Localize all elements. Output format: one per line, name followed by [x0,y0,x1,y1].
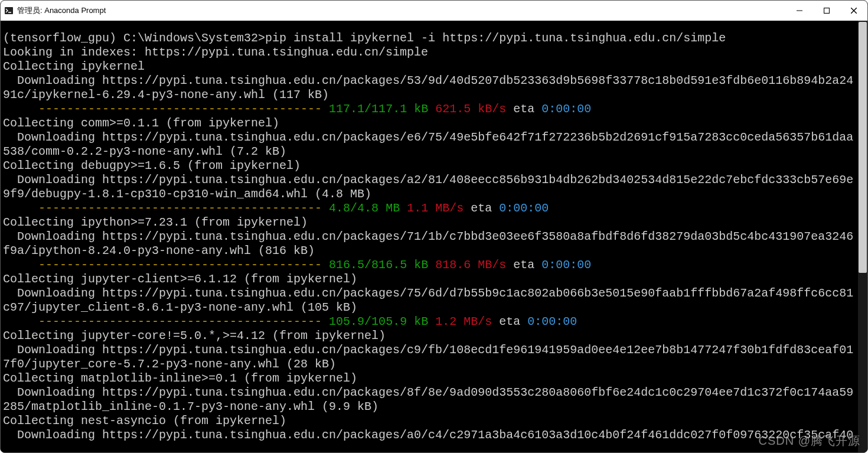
progress-speed-3: 818.6 MB/s [435,258,506,272]
line-dl-debugpy-b: 9f9/debugpy-1.8.1-cp310-cp310-win_amd64.… [3,187,371,201]
window-title: 管理员: Anaconda Prompt [17,5,106,16]
svg-rect-0 [5,7,13,14]
app-icon [4,6,14,15]
progress-bar-2: ---------------------------------------- [38,201,329,215]
progress-pad [3,315,38,328]
progress-pad [3,102,38,116]
progress-speed-4: 1.2 MB/s [435,315,492,328]
progress-size-3: 816.5/816.5 kB [329,258,428,272]
progress-bar-1: ---------------------------------------- [38,102,329,116]
progress-size-1: 117.1/117.1 kB [329,102,428,116]
progress-size-2: 4.8/4.8 MB [329,201,400,215]
line-dl-jclient-b: c97/jupyter_client-8.6.1-py3-none-any.wh… [3,301,357,314]
vertical-scrollbar[interactable] [858,21,867,452]
progress-speed-2: 1.1 MB/s [407,201,464,215]
progress-size-4: 105.9/105.9 kB [329,315,428,328]
scrollbar-thumb[interactable] [859,22,867,273]
line-collect-mpl: Collecting matplotlib-inline>=0.1 (from … [3,371,357,385]
progress-eta-2: 0:00:00 [499,201,549,215]
line-looking-indexes: Looking in indexes: https://pypi.tuna.ts… [3,45,428,59]
progress-pad [3,258,38,272]
progress-bar-4: ---------------------------------------- [38,315,329,328]
line-collect-jclient: Collecting jupyter-client>=6.1.12 (from … [3,272,357,286]
progress-eta-4: 0:00:00 [527,315,577,328]
terminal-window: 管理员: Anaconda Prompt (tensorflow_gpu) C:… [0,0,868,453]
window-controls [786,1,867,21]
prompt-prefix: (tensorflow_gpu) C:\Windows\System32> [3,31,265,45]
line-dl-mpl-b: 285/matplotlib_inline-0.1.7-py3-none-any… [3,400,378,413]
line-dl-comm-b: 538/comm-0.2.2-py3-none-any.whl (7.2 kB) [3,145,286,158]
titlebar[interactable]: 管理员: Anaconda Prompt [1,1,867,21]
minimize-button[interactable] [786,1,813,21]
line-collect-ipykernel: Collecting ipykernel [3,60,145,73]
line-collect-jcore: Collecting jupyter-core!=5.0.*,>=4.12 (f… [3,329,386,343]
watermark-text: CSDN @腾飞开源 [758,433,860,449]
prompt-command: pip install ipykernel -i https://pypi.tu… [265,31,726,45]
progress-bar-3: ---------------------------------------- [38,258,329,272]
progress-eta-1: 0:00:00 [541,102,591,116]
line-dl-mpl-a: Downloading https://pypi.tuna.tsinghua.e… [3,386,853,399]
line-collect-ipython: Collecting ipython>=7.23.1 (from ipykern… [3,216,308,229]
line-dl-ipykernel-b: 91c/ipykernel-6.29.4-py3-none-any.whl (1… [3,88,329,102]
progress-speed-1: 621.5 kB/s [435,102,506,116]
line-dl-ipython-b: f9a/ipython-8.24.0-py3-none-any.whl (816… [3,244,315,258]
svg-rect-3 [824,8,830,14]
line-dl-nest-a: Downloading https://pypi.tuna.tsinghua.e… [3,428,853,442]
line-dl-jcore-b: 7f0/jupyter_core-5.7.2-py3-none-any.whl … [3,357,336,371]
progress-eta-3: 0:00:00 [541,258,591,272]
progress-eta-lbl-3: eta [506,258,541,272]
line-collect-debugpy: Collecting debugpy>=1.6.5 (from ipykerne… [3,159,301,172]
progress-eta-lbl-1: eta [506,102,541,116]
progress-eta-lbl-4: eta [492,315,527,328]
progress-eta-lbl-2: eta [464,201,499,215]
line-dl-jcore-a: Downloading https://pypi.tuna.tsinghua.e… [3,343,853,357]
line-dl-ipython-a: Downloading https://pypi.tuna.tsinghua.e… [3,230,853,243]
line-dl-debugpy-a: Downloading https://pypi.tuna.tsinghua.e… [3,173,853,187]
maximize-button[interactable] [813,1,840,21]
line-collect-nest: Collecting nest-asyncio (from ipykernel) [3,414,286,428]
titlebar-left: 管理员: Anaconda Prompt [4,5,106,16]
line-dl-comm-a: Downloading https://pypi.tuna.tsinghua.e… [3,131,853,144]
line-collect-comm: Collecting comm>=0.1.1 (from ipykernel) [3,116,279,130]
progress-pad [3,201,38,215]
close-button[interactable] [840,1,867,21]
terminal-client-area: (tensorflow_gpu) C:\Windows\System32>pip… [1,21,867,452]
line-dl-jclient-a: Downloading https://pypi.tuna.tsinghua.e… [3,286,853,300]
line-dl-ipykernel-a: Downloading https://pypi.tuna.tsinghua.e… [3,74,853,87]
terminal-output[interactable]: (tensorflow_gpu) C:\Windows\System32>pip… [1,21,858,452]
